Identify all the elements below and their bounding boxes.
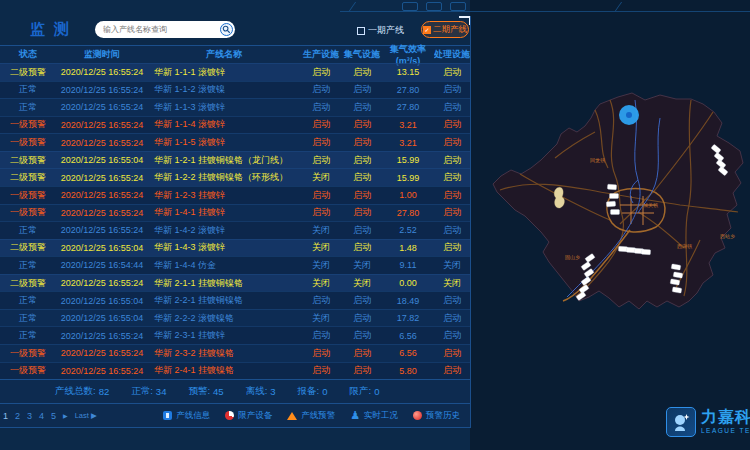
search-icon: [222, 25, 231, 34]
region-map[interactable]: 回龙镇城关镇西站乡固山乡西湖镇: [470, 0, 750, 450]
table-row[interactable]: 一级预警2020/12/25 16:55:24华新 1-4-1 挂镀锌启动启动2…: [0, 204, 470, 222]
col-treatment-facility: 处理设施: [434, 48, 470, 61]
summary-label: 正常:: [131, 385, 153, 398]
warning-history-icon: [413, 411, 422, 420]
search-button[interactable]: [220, 23, 233, 36]
line-name-cell: 华新 2-2-1 挂镀铜镍铬: [148, 294, 300, 307]
page-button[interactable]: 5: [51, 411, 56, 421]
time-cell: 2020/12/25 16:55:24: [56, 208, 148, 218]
table-row[interactable]: 二级预警2020/12/25 16:55:24华新 2-1-1 挂镀铜镍铬关闭关…: [0, 274, 470, 292]
page-button[interactable]: 3: [27, 411, 32, 421]
table-row[interactable]: 一级预警2020/12/25 16:55:24华新 1-1-4 滚镀锌启动启动3…: [0, 116, 470, 134]
monitor-table-panel: 状态 监测时间 产线名称 生产设施 集气设施 集气效率(m³/s) 处理设施 二…: [0, 45, 471, 428]
line-name-cell: 华新 2-2-2 滚镀镍铬: [148, 312, 300, 325]
table-row[interactable]: 一级预警2020/12/25 16:55:24华新 2-4-1 挂镀镍铬启动启动…: [0, 362, 470, 380]
table-row[interactable]: 二级预警2020/12/25 16:55:04华新 1-4-3 滚镀锌关闭启动1…: [0, 239, 470, 257]
status-cell: 二级预警: [0, 277, 56, 290]
phase1-toggle[interactable]: 一期产线: [357, 24, 404, 37]
summary-label: 离线:: [246, 385, 268, 398]
page-button[interactable]: 2: [15, 411, 20, 421]
table-row[interactable]: 正常2020/12/25 16:55:24华新 1-1-3 滚镀锌启动启动27.…: [0, 98, 470, 116]
table-row[interactable]: 正常2020/12/25 16:55:24华新 2-3-1 挂镀锌启动启动6.5…: [0, 326, 470, 344]
time-cell: 2020/12/25 16:55:24: [56, 331, 148, 341]
site-marker[interactable]: [641, 249, 650, 254]
table-row[interactable]: 正常2020/12/25 16:55:04华新 2-2-1 挂镀铜镍铬启动启动1…: [0, 291, 470, 309]
status-cell: 正常: [0, 329, 56, 342]
legend-label: 限产设备: [238, 410, 272, 422]
time-cell: 2020/12/25 16:55:24: [56, 138, 148, 148]
status-cell: 二级预警: [0, 171, 56, 184]
table-row[interactable]: 正常2020/12/25 16:54:44华新 1-4-4 仿金关闭关闭9.11…: [0, 256, 470, 274]
efficiency-cell: 6.56: [382, 348, 434, 358]
legend-button-line-info[interactable]: 产线信息: [163, 410, 210, 422]
site-marker[interactable]: [610, 194, 619, 199]
efficiency-cell: 27.80: [382, 102, 434, 112]
treatment-cell: 启动: [434, 83, 470, 96]
site-marker[interactable]: [618, 246, 627, 251]
table-row[interactable]: 二级预警2020/12/25 16:55:24华新 1-2-2 挂镀铜镍铬（环形…: [0, 168, 470, 186]
site-marker[interactable]: [606, 201, 615, 207]
summary-item: 限产:0: [350, 385, 380, 398]
table-row[interactable]: 一级预警2020/12/25 16:55:24华新 1-2-3 挂镀锌启动启动1…: [0, 186, 470, 204]
line-name-cell: 华新 1-4-4 仿金: [148, 259, 300, 272]
legend-button-warning-history[interactable]: 预警历史: [413, 410, 460, 422]
head-star-icon: [670, 411, 692, 433]
site-marker[interactable]: [607, 184, 616, 190]
summary-value: 0: [374, 386, 379, 397]
summary-value: 3: [270, 386, 275, 397]
phase2-label: 二期产线: [433, 24, 467, 36]
city-marker[interactable]: [619, 105, 639, 125]
production-cell: 启动: [300, 66, 342, 79]
page-button[interactable]: 1: [3, 411, 8, 421]
status-cell: 二级预警: [0, 241, 56, 254]
summary-item: 报备:0: [298, 385, 328, 398]
site-marker[interactable]: [626, 247, 635, 252]
production-cell: 启动: [300, 101, 342, 114]
line-warning-icon: [287, 412, 297, 420]
search-input[interactable]: [95, 25, 220, 34]
top-deco-box: [402, 2, 418, 11]
table-row[interactable]: 正常2020/12/25 16:55:24华新 1-4-2 滚镀锌关闭启动2.5…: [0, 221, 470, 239]
pagination: 12345▶Last ▶: [0, 411, 97, 421]
page-button[interactable]: 4: [39, 411, 44, 421]
status-cell: 一级预警: [0, 189, 56, 202]
col-status: 状态: [0, 48, 56, 61]
efficiency-cell: 2.52: [382, 225, 434, 235]
treatment-cell: 关闭: [434, 277, 470, 290]
line-name-cell: 华新 2-3-1 挂镀锌: [148, 329, 300, 342]
line-name-cell: 华新 1-1-4 滚镀锌: [148, 118, 300, 131]
legend-button-limit-device[interactable]: 限产设备: [225, 410, 272, 422]
col-production-facility: 生产设施: [300, 48, 342, 61]
time-cell: 2020/12/25 16:55:24: [56, 85, 148, 95]
time-cell: 2020/12/25 16:55:24: [56, 173, 148, 183]
efficiency-cell: 27.80: [382, 208, 434, 218]
map-place-label: 城关镇: [642, 202, 658, 208]
last-page-button[interactable]: Last ▶: [75, 411, 97, 420]
search-box: [95, 21, 235, 38]
legend-button-line-warning[interactable]: 产线预警: [287, 410, 335, 422]
table-row[interactable]: 正常2020/12/25 16:55:24华新 1-1-2 滚镀镍启动启动27.…: [0, 81, 470, 99]
line-name-cell: 华新 1-2-2 挂镀铜镍铬（环形线）: [148, 171, 300, 184]
time-cell: 2020/12/25 16:55:24: [56, 120, 148, 130]
treatment-cell: 启动: [434, 101, 470, 114]
next-page-button[interactable]: ▶: [63, 412, 68, 419]
line-name-cell: 华新 1-4-3 滚镀锌: [148, 241, 300, 254]
table-row[interactable]: 一级预警2020/12/25 16:55:24华新 1-1-5 滚镀锌启动启动3…: [0, 133, 470, 151]
status-cell: 二级预警: [0, 66, 56, 79]
line-name-cell: 华新 1-2-1 挂镀铜镍铬（龙门线）: [148, 154, 300, 167]
logo-badge: [666, 407, 696, 437]
line-name-cell: 华新 2-3-2 挂镀镍铬: [148, 347, 300, 360]
site-marker[interactable]: [611, 210, 620, 215]
legend-button-realtime-status[interactable]: ♟实时工况: [350, 410, 398, 422]
treatment-cell: 启动: [434, 347, 470, 360]
table-header: 状态 监测时间 产线名称 生产设施 集气设施 集气效率(m³/s) 处理设施: [0, 46, 470, 63]
table-row[interactable]: 二级预警2020/12/25 16:55:04华新 1-2-1 挂镀铜镍铬（龙门…: [0, 151, 470, 169]
table-row[interactable]: 二级预警2020/12/25 16:55:24华新 1-1-1 滚镀锌启动启动1…: [0, 63, 470, 81]
production-cell: 关闭: [300, 224, 342, 237]
table-row[interactable]: 一级预警2020/12/25 16:55:24华新 2-3-2 挂镀镍铬启动启动…: [0, 344, 470, 362]
status-cell: 正常: [0, 224, 56, 237]
treatment-cell: 关闭: [434, 259, 470, 272]
line-name-cell: 华新 1-4-1 挂镀锌: [148, 206, 300, 219]
table-row[interactable]: 正常2020/12/25 16:55:04华新 2-2-2 滚镀镍铬关闭启动17…: [0, 309, 470, 327]
page-title: 监测: [30, 20, 78, 39]
